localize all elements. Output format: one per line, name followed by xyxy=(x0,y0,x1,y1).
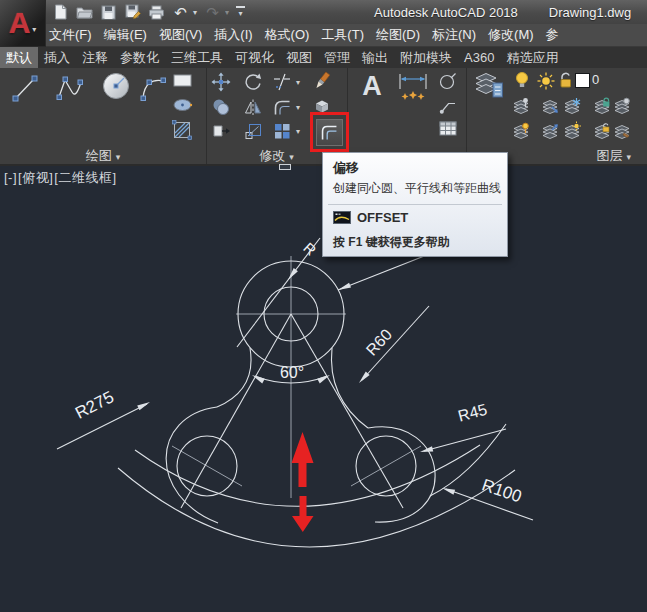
layer-unlock-toggle[interactable] xyxy=(558,71,574,88)
tab-visualize[interactable]: 可视化 xyxy=(229,47,280,68)
layer-unisolate-button[interactable] xyxy=(540,96,560,116)
polyline-tool-button[interactable] xyxy=(54,71,86,105)
tooltip-command-row: OFFSET xyxy=(333,210,408,225)
stretch-icon xyxy=(211,121,231,141)
erase-tool-button[interactable] xyxy=(312,71,332,91)
menu-modify[interactable]: 修改(M) xyxy=(485,24,537,46)
layer-properties-icon xyxy=(471,70,504,101)
menu-edit[interactable]: 编辑(E) xyxy=(101,24,150,46)
menu-draw[interactable]: 绘图(D) xyxy=(373,24,423,46)
copy-tool-button[interactable] xyxy=(211,97,231,117)
menu-view[interactable]: 视图(V) xyxy=(156,24,205,46)
circle-tool-button[interactable] xyxy=(99,70,133,104)
leader-tool-button[interactable] xyxy=(438,96,458,116)
trim-tool-button[interactable] xyxy=(272,72,292,92)
text-tool-button[interactable]: A xyxy=(356,68,388,104)
layer-lock-button[interactable] xyxy=(592,96,612,116)
layer-match-button[interactable] xyxy=(612,96,632,116)
centermark-icon xyxy=(438,72,458,92)
layer-unlock-all-button[interactable] xyxy=(592,121,612,141)
rectangle-tool-button[interactable] xyxy=(172,73,194,89)
tab-a360[interactable]: A360 xyxy=(458,47,500,68)
trim-dropdown-caret-icon[interactable]: ▾ xyxy=(296,78,300,87)
tab-featured-apps[interactable]: 精选应用 xyxy=(500,47,564,68)
tab-output[interactable]: 输出 xyxy=(356,47,394,68)
redo-button[interactable]: ↷ xyxy=(204,4,221,21)
layer-freeze-button[interactable] xyxy=(562,96,582,116)
ellipse-tool-button[interactable] xyxy=(172,97,194,113)
arc-tool-button[interactable] xyxy=(137,71,169,105)
red-arrow-down xyxy=(292,496,314,532)
fillet-tool-button[interactable] xyxy=(272,97,292,117)
layer-properties-button[interactable] xyxy=(471,70,504,101)
layer-change-button[interactable] xyxy=(540,121,560,141)
layer-freeze-icon xyxy=(562,96,582,116)
menu-tools[interactable]: 工具(T) xyxy=(318,24,367,46)
rotate-tool-button[interactable] xyxy=(243,72,263,92)
new-file-icon xyxy=(53,4,68,20)
undo-icon: ↶ xyxy=(174,5,187,20)
layer-walk-button[interactable] xyxy=(612,121,632,141)
layer-thaw-all-button[interactable] xyxy=(562,121,582,141)
layer-thaw-toggle[interactable] xyxy=(537,72,555,90)
tab-home[interactable]: 默认 xyxy=(0,47,38,68)
window-title: Autodesk AutoCAD 2018Drawing1.dwg xyxy=(374,5,631,20)
layer-bulb-icon xyxy=(511,121,531,141)
canvas-top-grip[interactable] xyxy=(279,164,291,170)
centermark-tool-button[interactable] xyxy=(438,72,458,92)
layer-change-icon xyxy=(540,121,560,141)
hatch-tool-button[interactable] xyxy=(172,120,194,140)
draw-panel-caret-icon: ▾ xyxy=(116,152,121,162)
layer-color-swatch[interactable] xyxy=(575,73,590,88)
save-button[interactable] xyxy=(100,4,117,21)
redo-caret-icon[interactable]: ▾ xyxy=(225,8,229,17)
autocad-logo-icon: A xyxy=(9,8,31,38)
ellipse-icon xyxy=(172,97,194,113)
tab-add-ins[interactable]: 附加模块 xyxy=(394,47,458,68)
tooltip-description: 创建同心圆、平行线和等距曲线 xyxy=(333,180,501,197)
menu-dimension[interactable]: 标注(N) xyxy=(429,24,479,46)
app-title: Autodesk AutoCAD 2018 xyxy=(374,5,518,20)
tab-annotate[interactable]: 注释 xyxy=(76,47,114,68)
tab-parametric[interactable]: 参数化 xyxy=(114,47,165,68)
undo-caret-icon[interactable]: ▾ xyxy=(193,8,197,17)
scale-tool-button[interactable] xyxy=(243,121,263,141)
qat-customize-button[interactable]: ▾ xyxy=(236,6,245,18)
array-dropdown-caret-icon[interactable]: ▾ xyxy=(296,127,300,136)
plot-button[interactable] xyxy=(148,4,165,21)
offset-command-icon xyxy=(333,211,351,224)
fillet-dropdown-caret-icon[interactable]: ▾ xyxy=(296,103,300,112)
current-layer-name[interactable]: 0 xyxy=(592,72,599,87)
viewport-visual-style-control[interactable]: [二维线框] xyxy=(54,170,116,185)
stretch-tool-button[interactable] xyxy=(211,121,231,141)
fillet-left-scurve xyxy=(217,348,251,407)
viewport-view-control[interactable]: [俯视] xyxy=(18,170,53,185)
menu-file[interactable]: 文件(F) xyxy=(46,24,95,46)
tab-manage[interactable]: 管理 xyxy=(318,47,356,68)
tab-insert[interactable]: 插入 xyxy=(38,47,76,68)
redo-icon: ↷ xyxy=(206,5,219,20)
menu-parametric-truncated[interactable]: 参 xyxy=(543,24,562,46)
undo-button[interactable]: ↶ xyxy=(172,4,189,21)
mirror-tool-button[interactable] xyxy=(243,97,263,117)
layer-on-toggle[interactable] xyxy=(514,71,530,89)
viewport-minimize-control[interactable]: [-] xyxy=(4,170,17,185)
menu-insert[interactable]: 插入(I) xyxy=(211,24,255,46)
tab-view[interactable]: 视图 xyxy=(280,47,318,68)
move-tool-button[interactable] xyxy=(211,72,231,92)
array-tool-button[interactable] xyxy=(272,121,292,141)
draw-panel-footer[interactable]: 绘图▾ xyxy=(0,147,206,164)
app-menu-button[interactable]: A ▾ xyxy=(0,0,46,47)
dimension-tool-button[interactable] xyxy=(396,72,430,104)
save-as-button[interactable] xyxy=(124,4,141,21)
tab-3d-tools[interactable]: 三维工具 xyxy=(165,47,229,68)
open-file-button[interactable] xyxy=(76,4,93,21)
new-file-button[interactable] xyxy=(52,4,69,21)
line-icon xyxy=(9,71,41,105)
fillet-icon xyxy=(272,97,292,117)
table-tool-button[interactable] xyxy=(438,120,458,138)
line-tool-button[interactable] xyxy=(9,71,41,105)
layer-on-off-button[interactable] xyxy=(511,121,531,141)
layer-isolate-button[interactable] xyxy=(511,96,531,116)
menu-format[interactable]: 格式(O) xyxy=(262,24,313,46)
